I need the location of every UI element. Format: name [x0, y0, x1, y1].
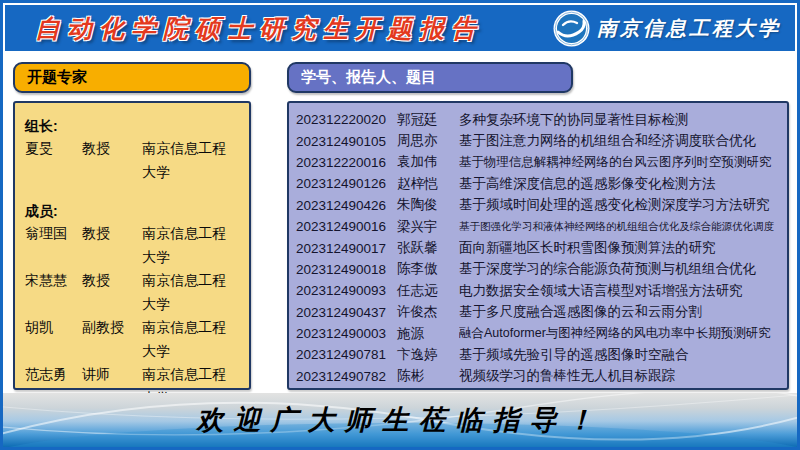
thesis-title: 基于频域时间处理的遥感变化检测深度学习方法研究 — [459, 196, 781, 214]
student-id: 202312490017 — [296, 241, 397, 256]
member-title: 副教授 — [82, 316, 142, 363]
student-id: 202312490782 — [296, 369, 397, 384]
member-row: 翁理国 教授 南京信息工程大学 — [25, 222, 239, 269]
schedule-row: 202312490003 施源 融合Autoformer与图神经网络的风电功率中… — [296, 323, 781, 344]
leader-row: 夏旻 教授 南京信息工程大学 — [25, 137, 239, 184]
student-name: 卞逸婷 — [397, 346, 459, 364]
slide: 自动化学院硕士研究生开题报告 南京信息工程大学 开题专家 组长: 夏旻 教授 南… — [0, 0, 800, 450]
schedule-row: 202312490781 卞逸婷 基于频域先验引导的遥感图像时空融合 — [296, 344, 781, 365]
member-row: 胡凯 副教授 南京信息工程大学 — [25, 316, 239, 363]
thesis-title: 电力数据安全领域大语言模型对话增强方法研究 — [459, 282, 781, 300]
thesis-title: 基于频域先验引导的遥感图像时空融合 — [459, 346, 781, 364]
student-id: 202312490105 — [296, 134, 397, 149]
welcome-text: 欢迎广大师生莅临指导！ — [3, 393, 797, 438]
student-name: 陈彬 — [397, 367, 459, 385]
schedule-row: 202312220020 郭冠廷 多种复杂环境下的协同显著性目标检测 — [296, 109, 781, 130]
leader-name: 夏旻 — [25, 137, 82, 184]
thesis-title: 基于物理信息解耦神经网络的台风云图序列时空预测研究 — [459, 154, 781, 171]
student-name: 赵梓恺 — [397, 175, 459, 193]
thesis-title: 基于多尺度融合遥感图像的云和云雨分割 — [459, 303, 781, 321]
thesis-title: 基于图强化学习和液体神经网络的机组组合优化及综合能源优化调度 — [459, 220, 781, 234]
schedule-row: 202312220016 袁加伟 基于物理信息解耦神经网络的台风云图序列时空预测… — [296, 152, 781, 173]
thesis-title: 视频级学习的鲁棒性无人机目标跟踪 — [459, 367, 781, 385]
schedule-row: 202312490105 周思亦 基于图注意力网络的机组组合和经济调度联合优化 — [296, 130, 781, 151]
member-name: 胡凯 — [25, 316, 82, 363]
student-id: 202312490437 — [296, 305, 397, 320]
thesis-title: 基于高维深度信息的遥感影像变化检测方法 — [459, 175, 781, 193]
member-name: 翁理国 — [25, 222, 82, 269]
schedule-panel-header: 学号、报告人、题目 — [287, 62, 573, 93]
student-name: 周思亦 — [397, 132, 459, 150]
schedule-row: 202312490426 朱陶俊 基于频域时间处理的遥感变化检测深度学习方法研究 — [296, 195, 781, 216]
thesis-title: 多种复杂环境下的协同显著性目标检测 — [459, 111, 781, 129]
top-banner: 自动化学院硕士研究生开题报告 南京信息工程大学 — [5, 5, 795, 51]
schedule-row: 202312490126 赵梓恺 基于高维深度信息的遥感影像变化检测方法 — [296, 173, 781, 194]
leader-title: 教授 — [82, 137, 142, 184]
student-name: 任志远 — [397, 282, 459, 300]
student-id: 202312490018 — [296, 262, 397, 277]
student-id: 202312220016 — [296, 155, 397, 170]
thesis-title: 融合Autoformer与图神经网络的风电功率中长期预测研究 — [459, 325, 781, 342]
member-affiliation: 南京信息工程大学 — [142, 269, 239, 316]
student-name: 施源 — [397, 325, 459, 343]
student-name: 许俊杰 — [397, 303, 459, 321]
university-brand: 南京信息工程大学 — [553, 10, 781, 47]
page-title: 自动化学院硕士研究生开题报告 — [35, 12, 483, 45]
member-affiliation: 南京信息工程大学 — [142, 316, 239, 363]
student-name: 陈李傲 — [397, 260, 459, 278]
schedule-row: 202312490782 陈彬 视频级学习的鲁棒性无人机目标跟踪 — [296, 366, 781, 387]
member-title: 教授 — [82, 222, 142, 269]
student-id: 202312490126 — [296, 176, 397, 191]
leader-label: 组长: — [25, 115, 239, 137]
member-affiliation: 南京信息工程大学 — [142, 222, 239, 269]
schedule-list: 202312220020 郭冠廷 多种复杂环境下的协同显著性目标检测 20231… — [287, 101, 789, 390]
student-name: 张跃馨 — [397, 239, 459, 257]
footer-banner: 欢迎广大师生莅临指导！ — [3, 393, 797, 447]
experts-panel-body: 组长: 夏旻 教授 南京信息工程大学 成员: 翁理国 教授 南京信息工程大学 — [13, 101, 251, 390]
student-id: 202312490016 — [296, 219, 397, 234]
student-name: 梁兴宇 — [397, 218, 459, 236]
student-name: 袁加伟 — [397, 153, 459, 171]
thesis-title: 基于深度学习的综合能源负荷预测与机组组合优化 — [459, 260, 781, 278]
schedule-row: 202312490018 陈李傲 基于深度学习的综合能源负荷预测与机组组合优化 — [296, 259, 781, 280]
student-name: 郭冠廷 — [397, 111, 459, 129]
university-logo-icon — [553, 10, 590, 47]
leader-affiliation: 南京信息工程大学 — [142, 137, 239, 184]
schedule-row: 202312490017 张跃馨 面向新疆地区长时积雪图像预测算法的研究 — [296, 237, 781, 258]
schedule-row: 202312490437 许俊杰 基于多尺度融合遥感图像的云和云雨分割 — [296, 302, 781, 323]
student-id: 202312490781 — [296, 347, 397, 362]
members-label: 成员: — [25, 200, 239, 222]
member-name: 宋慧慧 — [25, 269, 82, 316]
thesis-title: 基于图注意力网络的机组组合和经济调度联合优化 — [459, 132, 781, 150]
member-row: 宋慧慧 教授 南京信息工程大学 — [25, 269, 239, 316]
student-id: 202312490093 — [296, 283, 397, 298]
schedule-row: 202312490093 任志远 电力数据安全领域大语言模型对话增强方法研究 — [296, 280, 781, 301]
student-id: 202312220020 — [296, 112, 397, 127]
student-name: 朱陶俊 — [397, 196, 459, 214]
university-name: 南京信息工程大学 — [597, 15, 781, 42]
experts-panel-header: 开题专家 — [13, 62, 251, 93]
thesis-title: 面向新疆地区长时积雪图像预测算法的研究 — [459, 239, 781, 257]
student-id: 202312490003 — [296, 326, 397, 341]
member-title: 教授 — [82, 269, 142, 316]
schedule-row: 202312490016 梁兴宇 基于图强化学习和液体神经网络的机组组合优化及综… — [296, 216, 781, 237]
student-id: 202312490426 — [296, 198, 397, 213]
